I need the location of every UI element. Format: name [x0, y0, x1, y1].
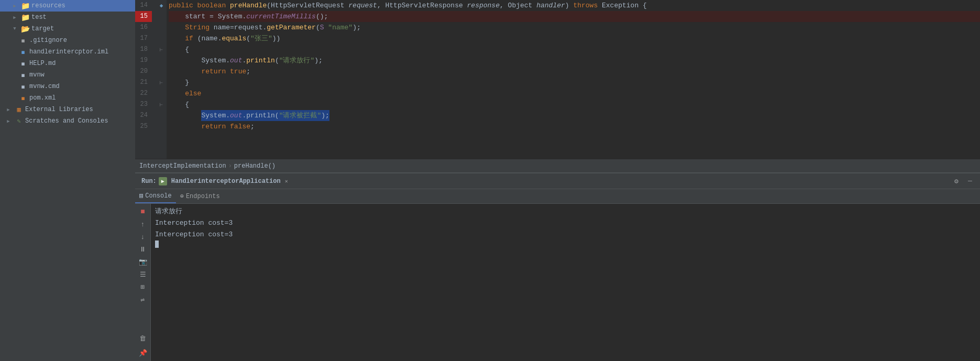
settings-icon-btn[interactable]: ⚙ [951, 176, 962, 187]
arrow-right-icon [10, 2, 19, 10]
stop-btn[interactable]: ■ [137, 206, 149, 217]
pause-btn[interactable]: ⏸ [137, 244, 149, 255]
tab-endpoints[interactable]: ⊕ Endpoints [176, 189, 224, 203]
sidebar-item-mvnwcmd[interactable]: ◼ mvnw.cmd [0, 81, 135, 92]
eq-16: = [230, 22, 234, 33]
fold-icon-18[interactable]: ⊢ [160, 47, 163, 53]
console-body: ■ ↑ ↓ ⏸ 📷 ☰ ⊞ ⇌ 🗑 📌 请求放行 [135, 204, 980, 361]
dot-17: . [218, 33, 222, 44]
indent-20 [169, 66, 201, 77]
run-app-name: HandlerinterceptorApplication [171, 178, 281, 185]
run-label-text: Run: [141, 178, 157, 185]
eq-15: = [205, 11, 217, 22]
clear-btn[interactable]: 🗑 [137, 333, 149, 344]
breadcrumb-item-1[interactable]: InterceptImplementation [139, 162, 226, 170]
scroll-down-btn[interactable]: ↓ [137, 231, 149, 243]
gutter-18: ⊢ [156, 44, 167, 55]
sidebar-label-target: target [31, 25, 54, 32]
indent-24 [169, 110, 201, 121]
scratches-icon: ✎ [15, 117, 23, 125]
gutter-19 [156, 55, 167, 66]
fold-icon-23[interactable]: ⊢ [160, 102, 163, 108]
folder-open-icon-target: 📂 [21, 25, 29, 33]
list-btn[interactable]: ☰ [137, 269, 149, 280]
indent-17 [169, 33, 185, 44]
wrap-btn[interactable]: ⇌ [137, 294, 149, 305]
kw-public: public [169, 0, 197, 11]
type-Object: Object [508, 0, 537, 11]
method-println19: println [246, 55, 275, 66]
str-name-label: S [320, 22, 328, 33]
code-content[interactable]: public boolean preHandle(HttpServletRequ… [167, 0, 980, 159]
console-cursor-line [155, 240, 976, 248]
kw-return25: return [201, 121, 230, 132]
gutter-23: ⊢ [156, 99, 167, 110]
str-allow: "请求放行" [279, 55, 315, 66]
type-HttpServletResponse: HttpServletResponse [386, 0, 467, 11]
sidebar-item-target[interactable]: 📂 target [0, 23, 135, 35]
sidebar-item-handleriml[interactable]: ◼ handlerintercptor.iml [0, 46, 135, 58]
paren-19: ( [275, 55, 279, 66]
sidebar-item-mvnw[interactable]: ◼ mvnw [0, 69, 135, 81]
line-num-18: 18 [135, 44, 152, 55]
editor-area: 14 15 16 17 18 19 20 21 22 23 24 25 ◆ ⊢ [135, 0, 980, 361]
dot-19a: . [226, 55, 230, 66]
paren-close-16: ); [353, 22, 361, 33]
arrow-icon-extlibs [4, 105, 13, 114]
kw-false: false [230, 121, 250, 132]
file-icon-md: ◼ [19, 59, 27, 68]
type-HttpServletRequest: HttpServletRequest [271, 0, 348, 11]
arrow-icon-scratches [4, 117, 13, 125]
code-line-24: System.out.println("请求被拦截"); [169, 110, 980, 121]
brace-21: } [169, 77, 189, 88]
tab-console[interactable]: ▤ Console [135, 189, 176, 203]
method-preHandle: preHandle [230, 0, 267, 11]
fold-icon-21[interactable]: ⊢ [160, 80, 163, 86]
code-line-16: String name=request.getParameter(S "name… [169, 22, 980, 33]
code-line-15: start = System.currentTimeMillis(); [169, 11, 980, 22]
sidebar-item-pomxml[interactable]: ◼ pom.xml [0, 92, 135, 104]
paren-17: ( [197, 33, 202, 44]
sidebar-label-handleriml: handlerintercptor.iml [29, 48, 108, 56]
line-numbers: 14 15 16 17 18 19 20 21 22 23 24 25 [135, 0, 156, 159]
breadcrumb-bar: InterceptImplementation › preHandle() [135, 159, 980, 172]
code-line-19: System.out.println("请求放行"); [169, 55, 980, 66]
file-icon-mvnwcmd: ◼ [19, 82, 27, 91]
breadcrumb-item-2[interactable]: preHandle() [234, 162, 276, 170]
cls-System: System [218, 11, 243, 22]
extlibs-icon: ▦ [15, 105, 23, 114]
pin-btn[interactable]: 📌 [137, 347, 149, 359]
filter-btn[interactable]: ⊞ [137, 281, 149, 293]
sidebar-item-helpmd[interactable]: ◼ HELP.md [0, 58, 135, 69]
code-line-20: return true; [169, 66, 980, 77]
sidebar-item-resources[interactable]: 📁 resources [0, 0, 135, 12]
pin-icon-btn[interactable]: — [964, 176, 976, 187]
file-icon-pomxml: ◼ [19, 94, 27, 102]
indent-25 [169, 121, 201, 132]
sidebar-item-gitignore[interactable]: ◼ .gitignore [0, 35, 135, 46]
sidebar-label-test: test [31, 14, 47, 21]
cls-System19: System [201, 55, 226, 66]
run-close-btn[interactable]: ✕ [285, 178, 288, 184]
line-num-24: 24 [135, 110, 152, 121]
paren-open-14: ( [267, 0, 271, 11]
gutter: ◆ ⊢ ⊢ ⊢ [156, 0, 167, 159]
gutter-22 [156, 88, 167, 99]
main-layout: 📁 resources 📁 test 📂 target ◼ .gitignore… [0, 0, 980, 361]
code-line-23: { [169, 99, 980, 110]
screenshot-btn[interactable]: 📷 [137, 256, 149, 268]
var-response: response [467, 0, 500, 11]
dot-15a: . [242, 11, 246, 22]
line-num-14: 14 [135, 0, 152, 11]
sidebar-item-scratches[interactable]: ✎ Scratches and Consoles [0, 115, 135, 127]
gutter-25 [156, 121, 167, 132]
field-out19: out [230, 55, 242, 66]
var-request: request [348, 0, 377, 11]
var-handler: handler [536, 0, 565, 11]
gutter-15 [156, 11, 167, 22]
app-run-icon: ▶ [159, 177, 167, 185]
kw-boolean: boolean [197, 0, 230, 11]
sidebar-item-extlibs[interactable]: ▦ External Libraries [0, 104, 135, 115]
scroll-up-btn[interactable]: ↑ [137, 218, 149, 230]
sidebar-item-test[interactable]: 📁 test [0, 12, 135, 23]
